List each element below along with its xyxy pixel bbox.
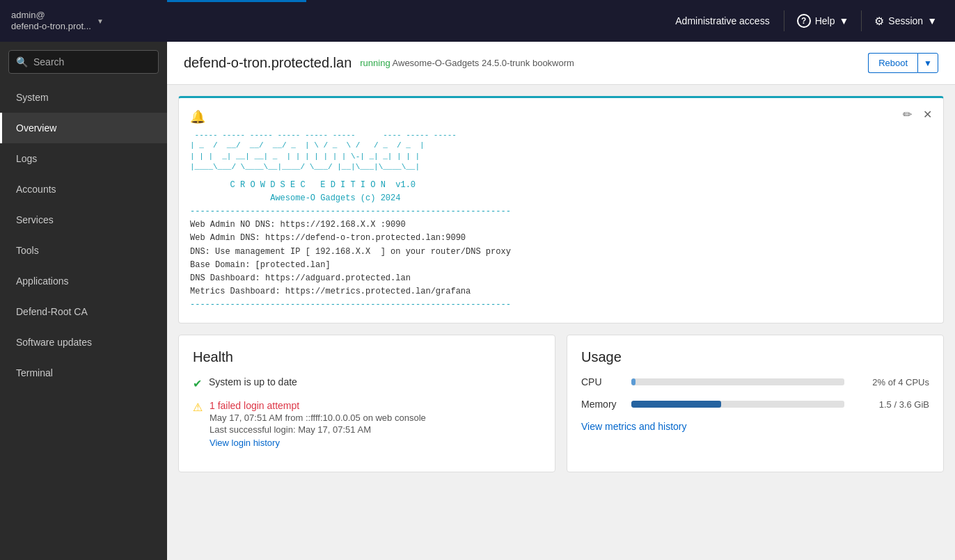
dns-dashboard: DNS Dashboard: https://adguard.protected…: [190, 273, 411, 283]
memory-label: Memory: [581, 399, 623, 410]
banner-close-button[interactable]: ✕: [920, 106, 935, 122]
sidebar-nav: System Overview Logs Accounts Services T…: [0, 82, 167, 560]
usage-card: Usage CPU 2% of 4 CPUs Memory 1.5 / 3.6 …: [567, 335, 944, 472]
running-word: running: [360, 58, 390, 68]
sidebar-item-label: Tools: [16, 245, 39, 256]
base-domain: Base Domain: [protected.lan]: [190, 260, 331, 270]
web-admin-no-dns: Web Admin NO DNS: https://192.168.X.X :9…: [190, 220, 406, 230]
web-admin-dns: Web Admin DNS: https://defend-o-tron.pro…: [190, 233, 466, 243]
failed-login-detail1: May 17, 07:51 AM from ::ffff:10.0.0.05 o…: [210, 413, 426, 423]
metrics-dashboard: Metrics Dashboard: https://metrics.prote…: [190, 287, 471, 296]
sidebar-item-label: Services: [16, 214, 54, 225]
running-badge: running Awesome-O-Gadgets 24.5.0-trunk b…: [360, 58, 574, 68]
cpu-progress-fill: [631, 378, 636, 385]
usage-title: Usage: [581, 349, 929, 365]
cpu-usage-row: CPU 2% of 4 CPUs: [581, 376, 929, 387]
banner-section: ✏ ✕ 🔔 ----- ----- ----- ----- ----- ----…: [178, 96, 944, 323]
content-area: defend-o-tron.protected.lan running Awes…: [167, 42, 955, 560]
top-header: admin@ defend-o-tron.prot... ▼ Administr…: [0, 0, 955, 42]
reboot-dropdown-button[interactable]: ▼: [917, 53, 938, 73]
main-layout: 🔍 Search System Overview Logs Accounts S…: [0, 42, 955, 560]
sidebar-item-label: Logs: [16, 153, 37, 164]
sidebar-item-label: Applications: [16, 275, 69, 287]
search-box[interactable]: 🔍 Search: [8, 50, 159, 74]
session-label: Session: [888, 15, 923, 26]
sidebar-item-overview[interactable]: Overview: [0, 113, 167, 143]
sidebar-item-label: Software updates: [16, 337, 92, 348]
page-hostname: defend-o-tron.protected.lan: [184, 55, 352, 71]
view-login-history-link[interactable]: View login history: [210, 438, 426, 448]
sidebar-item-software-updates[interactable]: Software updates: [0, 327, 167, 358]
view-metrics-link[interactable]: View metrics and history: [581, 421, 929, 432]
sidebar: 🔍 Search System Overview Logs Accounts S…: [0, 42, 167, 560]
user-info: admin@ defend-o-tron.prot...: [11, 10, 91, 31]
banner-divider-bottom: ----------------------------------------…: [190, 300, 511, 310]
check-icon: ✔: [193, 377, 202, 390]
page-title-area: defend-o-tron.protected.lan running Awes…: [184, 55, 574, 71]
help-label: Help: [815, 15, 835, 26]
bell-icon: 🔔: [190, 109, 932, 125]
failed-login-label: 1 failed login attempt: [210, 400, 426, 411]
username: admin@: [11, 10, 91, 21]
health-title: Health: [193, 349, 541, 365]
banner-edit-button[interactable]: ✏: [900, 106, 915, 122]
help-icon: ?: [797, 14, 811, 28]
banner-info: C R O W D S E C E D I T I O N v1.0 Aweso…: [190, 179, 932, 312]
search-placeholder: Search: [33, 56, 64, 67]
sidebar-item-defend-root-ca[interactable]: Defend-Root CA: [0, 296, 167, 327]
help-dropdown-arrow: ▼: [839, 15, 849, 26]
memory-progress-container: [631, 401, 844, 408]
divider: [784, 10, 784, 31]
memory-progress-fill: [631, 401, 721, 408]
memory-usage-row: Memory 1.5 / 3.6 GiB: [581, 399, 929, 410]
sidebar-item-tools[interactable]: Tools: [0, 235, 167, 266]
sidebar-item-label: Overview: [16, 122, 56, 134]
page-header: defend-o-tron.protected.lan running Awes…: [167, 42, 955, 85]
health-item-warning: ⚠ 1 failed login attempt May 17, 07:51 A…: [193, 400, 541, 448]
sidebar-item-system[interactable]: System: [0, 82, 167, 113]
banner-divider-top: C R O W D S E C E D I T I O N v1.0 Aweso…: [190, 180, 511, 216]
reboot-button[interactable]: Reboot: [868, 53, 917, 73]
help-button[interactable]: ? Help ▼: [790, 10, 856, 32]
admin-access-link[interactable]: Administrative access: [667, 11, 778, 31]
warn-icon: ⚠: [193, 401, 203, 414]
sidebar-item-terminal[interactable]: Terminal: [0, 358, 167, 388]
sidebar-item-label: Defend-Root CA: [16, 306, 88, 317]
sidebar-item-label: Accounts: [16, 184, 56, 195]
sidebar-item-label: Terminal: [16, 367, 53, 378]
sidebar-item-label: System: [16, 92, 49, 103]
sidebar-item-services[interactable]: Services: [0, 205, 167, 235]
banner-actions: ✏ ✕: [900, 106, 935, 122]
user-section: admin@ defend-o-tron.prot... ▼: [11, 10, 178, 31]
cpu-value: 2% of 4 CPUs: [853, 377, 929, 387]
session-button[interactable]: ⚙ Session ▼: [867, 10, 944, 32]
dns-note: DNS: Use management IP [ 192.168.X.X ] o…: [190, 247, 511, 257]
health-warning-content: 1 failed login attempt May 17, 07:51 AM …: [210, 400, 426, 448]
user-host: defend-o-tron.prot...: [11, 21, 91, 32]
sidebar-item-logs[interactable]: Logs: [0, 143, 167, 174]
divider2: [861, 10, 862, 31]
failed-login-detail2: Last successful login: May 17, 07:51 AM: [210, 424, 426, 435]
session-dropdown-arrow: ▼: [927, 15, 937, 26]
ascii-art: ----- ----- ----- ----- ----- ----- ----…: [190, 130, 932, 173]
cards-row: Health ✔ System is up to date ⚠ 1 failed…: [178, 335, 944, 472]
reboot-button-group: Reboot ▼: [868, 53, 938, 73]
cpu-label: CPU: [581, 376, 623, 387]
loading-bar: [167, 0, 306, 2]
health-status-ok: System is up to date: [209, 376, 297, 387]
running-version: Awesome-O-Gadgets 24.5.0-trunk bookworm: [393, 58, 574, 68]
memory-value: 1.5 / 3.6 GiB: [853, 399, 929, 410]
health-item-ok: ✔ System is up to date: [193, 376, 541, 390]
cpu-progress-container: [631, 378, 844, 385]
header-actions: Administrative access ? Help ▼ ⚙ Session…: [667, 10, 944, 32]
user-dropdown-arrow[interactable]: ▼: [97, 17, 104, 25]
sidebar-item-applications[interactable]: Applications: [0, 266, 167, 296]
sidebar-item-accounts[interactable]: Accounts: [0, 174, 167, 205]
gear-icon: ⚙: [874, 15, 884, 28]
health-card: Health ✔ System is up to date ⚠ 1 failed…: [178, 335, 555, 472]
search-icon: 🔍: [16, 56, 28, 67]
